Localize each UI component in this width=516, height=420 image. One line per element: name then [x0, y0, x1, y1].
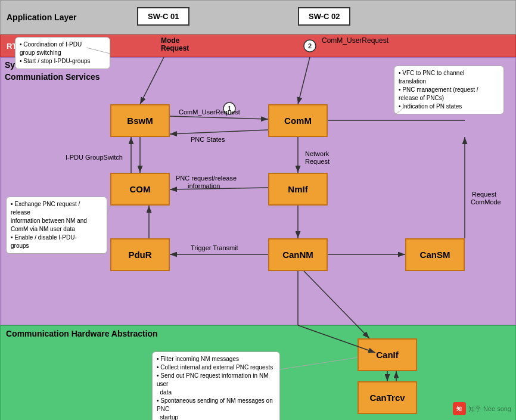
diagram-container: Application Layer SW-C 01 SW-C 02 RTE Sy… — [0, 0, 516, 420]
com-module: COM — [110, 173, 170, 206]
cansm-module: CanSM — [405, 238, 465, 271]
comm-module: ComM — [268, 104, 328, 137]
comm-hw-label: Communication Hardware Abstraction — [6, 329, 158, 338]
callout-canif: • Filter incoming NM messages• Collect i… — [152, 351, 280, 420]
zhihu-icon: 知 — [453, 402, 466, 415]
sw-c01-box: SW-C 01 — [137, 7, 189, 26]
app-layer: Application Layer — [0, 0, 516, 35]
nmif-module: NmIf — [268, 173, 328, 206]
cantrcv-module: CanTrcv — [358, 381, 417, 414]
pdur-module: PduR — [110, 238, 170, 271]
callout-comm: • VFC to PNC to channeltranslation• PNC … — [394, 66, 504, 114]
callout-com: • Exchange PNC request /releaseinformati… — [6, 197, 107, 254]
watermark-text: 知乎 Nee song — [468, 405, 511, 413]
canif-module: CanIf — [358, 338, 417, 371]
cannm-module: CanNM — [268, 238, 328, 271]
app-layer-label: Application Layer — [7, 13, 76, 22]
callout-rte: • Coordination of I-PDUgroup switching• … — [15, 37, 110, 69]
bswm-module: BswM — [110, 104, 170, 137]
watermark: 知 知乎 Nee song — [453, 402, 511, 415]
sw-c02-box: SW-C 02 — [298, 7, 350, 26]
